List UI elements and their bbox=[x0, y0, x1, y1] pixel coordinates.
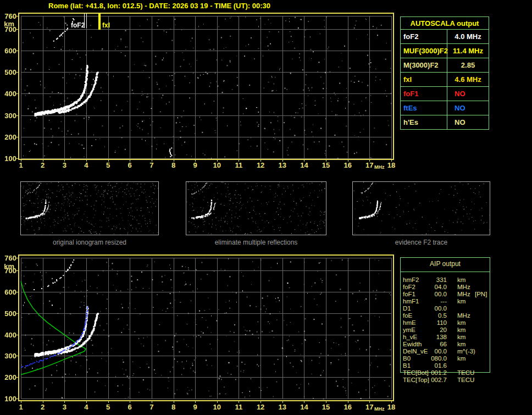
x-axis-tick bbox=[348, 160, 348, 162]
x-axis-tick bbox=[304, 160, 304, 162]
x-axis-tick-label: 5 bbox=[102, 403, 115, 411]
x-axis-tick bbox=[86, 160, 87, 162]
aip-row-unit: km bbox=[457, 319, 465, 327]
fxi-marker-line bbox=[98, 13, 101, 30]
aip-row-label: B1 bbox=[403, 362, 411, 369]
y-axis-unit-label: km bbox=[0, 20, 14, 28]
aip-row-unit: km bbox=[457, 276, 465, 284]
fof2-marker-label: foF2 bbox=[71, 21, 85, 29]
aip-table-header: AIP output bbox=[400, 260, 490, 268]
y-axis-tick bbox=[16, 93, 18, 94]
aip-row-label: ymE bbox=[403, 327, 415, 334]
autoscala-table-header: AUTOSCALA output bbox=[401, 17, 489, 30]
x-axis-tick-label: 8 bbox=[167, 161, 180, 169]
autoscala-row-label: foF1 bbox=[401, 87, 447, 101]
x-axis-tick bbox=[369, 401, 370, 403]
aip-row-value: 110 bbox=[415, 319, 447, 327]
aip-row-label: foE bbox=[403, 312, 412, 319]
autoscala-row-label: foF2 bbox=[401, 30, 447, 43]
autoscala-row-value: 2.85 bbox=[447, 58, 489, 72]
y-axis-tick bbox=[16, 115, 18, 116]
thumbnail-eliminate-reflections bbox=[186, 181, 326, 235]
aip-row-unit: TECU bbox=[457, 377, 474, 384]
x-axis-tick bbox=[239, 401, 239, 403]
x-axis-tick-label: 16 bbox=[341, 161, 354, 169]
x-axis-tick bbox=[195, 401, 196, 403]
aip-row-unit: km bbox=[457, 341, 465, 348]
autoscala-row-value: 11.4 MHz bbox=[447, 44, 489, 58]
x-axis-tick bbox=[174, 401, 174, 403]
y-axis-unit-label: km bbox=[0, 262, 14, 270]
x-axis-tick bbox=[152, 160, 152, 162]
y-axis-tick-label: 760 bbox=[0, 254, 16, 262]
y-axis-tick-label: 500 bbox=[0, 310, 16, 317]
x-axis-tick bbox=[86, 401, 87, 403]
autoscala-row-fxI: fxI4.6 MHz bbox=[401, 72, 489, 86]
x-axis-tick-label: 12 bbox=[254, 403, 267, 411]
x-axis-tick-label: 2 bbox=[36, 161, 49, 169]
x-axis-tick bbox=[282, 160, 283, 162]
y-axis-tick bbox=[16, 72, 18, 73]
autoscala-row-label: M(3000)F2 bbox=[401, 58, 447, 72]
x-axis-tick-label: 15 bbox=[319, 161, 332, 169]
aip-row-value: 04.0 bbox=[415, 284, 447, 291]
x-axis-tick bbox=[108, 401, 109, 403]
x-axis-tick-label: 3 bbox=[58, 403, 71, 411]
y-axis-tick bbox=[16, 292, 18, 292]
aip-row-value: 0.5 bbox=[415, 312, 447, 319]
y-axis-tick-label: 400 bbox=[0, 331, 16, 339]
y-axis-tick bbox=[16, 335, 18, 335]
x-axis-unit-label: MHz bbox=[374, 164, 385, 170]
x-axis-tick-label: 10 bbox=[210, 161, 224, 169]
y-axis-tick bbox=[16, 377, 18, 378]
x-axis-tick-label: 10 bbox=[210, 403, 224, 411]
autoscala-output-window: Rome (lat: +41.8, lon: 012.5) - DATE: 20… bbox=[0, 0, 532, 415]
thumbnail-original-ionogram-canvas bbox=[21, 182, 158, 235]
aip-row-unit: MHz bbox=[457, 284, 470, 291]
fxi-marker-label: fxI bbox=[102, 21, 110, 29]
page-title: Rome (lat: +41.8, lon: 012.5) - DATE: 20… bbox=[48, 2, 270, 10]
x-axis-tick bbox=[64, 160, 65, 162]
autoscala-row-label: MUF(3000)F2 bbox=[401, 44, 447, 58]
y-axis-tick bbox=[16, 399, 18, 399]
x-axis-tick-label: 18 bbox=[385, 403, 398, 411]
x-axis-tick-label: 18 bbox=[385, 161, 398, 169]
x-axis-tick bbox=[21, 160, 21, 162]
autoscala-row-value: 4.0 MHz bbox=[447, 30, 489, 43]
autoscala-row-label: h'Es bbox=[401, 115, 447, 129]
x-axis-tick bbox=[348, 401, 348, 403]
y-axis-tick-label: 600 bbox=[0, 47, 16, 54]
aip-row-unit: MHz bbox=[457, 312, 470, 319]
x-axis-tick-label: 15 bbox=[319, 403, 332, 411]
x-axis-tick-label: 11 bbox=[232, 403, 245, 411]
autoscala-row-M(3000)F2: M(3000)F22.85 bbox=[401, 58, 489, 72]
x-axis-tick bbox=[174, 160, 174, 162]
y-axis-tick-label: 100 bbox=[0, 395, 16, 402]
x-axis-tick bbox=[369, 160, 370, 162]
y-axis-tick-label: 300 bbox=[0, 112, 16, 119]
thumbnail-caption-evidence: evidence F2 trace bbox=[352, 239, 490, 246]
autoscala-row-label: ftEs bbox=[401, 101, 447, 115]
ionogram-plot-top-canvas bbox=[19, 14, 393, 159]
aip-header-divider bbox=[400, 272, 490, 272]
autoscala-table-rows: foF24.0 MHzMUF(3000)F211.4 MHzM(3000)F22… bbox=[401, 30, 489, 129]
x-axis-tick bbox=[64, 401, 65, 403]
thumbnail-caption-eliminate: eliminate multiple reflections bbox=[186, 239, 326, 246]
x-axis-tick-label: 1 bbox=[14, 161, 27, 169]
autoscala-row-value: 4.6 MHz bbox=[447, 73, 489, 86]
aip-row-value: 138 bbox=[415, 334, 447, 341]
aip-row-unit: m^(-3) bbox=[457, 348, 475, 355]
x-axis-tick bbox=[130, 401, 130, 403]
x-axis-tick-label: 13 bbox=[276, 403, 289, 411]
autoscala-row-value: NO bbox=[447, 87, 489, 101]
y-axis-tick-label: 200 bbox=[0, 374, 16, 381]
aip-row-label: foF2 bbox=[403, 284, 415, 291]
autoscala-row-value: NO bbox=[447, 115, 489, 129]
x-axis-tick bbox=[217, 160, 218, 162]
y-axis-tick bbox=[16, 270, 18, 271]
aip-row-unit: km bbox=[457, 327, 465, 334]
x-axis-tick bbox=[239, 160, 239, 162]
y-axis-tick bbox=[16, 16, 18, 16]
y-axis-tick bbox=[16, 258, 18, 258]
aip-row-unit: km bbox=[457, 298, 465, 305]
